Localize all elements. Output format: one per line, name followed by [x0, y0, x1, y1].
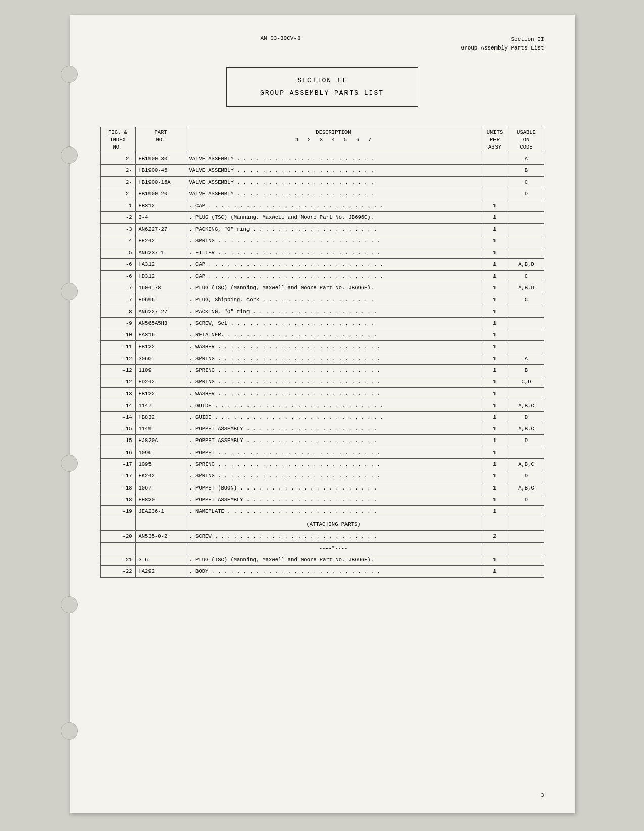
- col-header-usable: USABLEONCODE: [509, 127, 544, 153]
- hole-punch-3: [61, 283, 78, 300]
- cell-usable: C: [509, 176, 544, 188]
- table-row: -6HA312. CAP . . . . . . . . . . . . . .…: [100, 259, 544, 270]
- cell-part: HB122: [135, 341, 186, 353]
- cell-usable: [509, 566, 544, 577]
- cell-usable: D: [509, 470, 544, 482]
- cell-usable: A,B,C: [509, 400, 544, 411]
- cell-desc: . CAP . . . . . . . . . . . . . . . . . …: [186, 270, 481, 282]
- col-header-fig: FIG. &INDEXNO.: [100, 127, 135, 153]
- table-row: -4HE242. SPRING . . . . . . . . . . . . …: [100, 235, 544, 247]
- cell-fig: -1: [100, 200, 135, 212]
- cell-units: 1: [481, 341, 509, 353]
- table-row: -123060. SPRING . . . . . . . . . . . . …: [100, 353, 544, 364]
- cell-fig: -16: [100, 447, 135, 458]
- cell-part: 1109: [135, 364, 186, 376]
- cell-part: JEA236-1: [135, 506, 186, 517]
- cell-fig: -12: [100, 364, 135, 376]
- cell-usable: D: [509, 411, 544, 423]
- cell-fig: 2-: [100, 176, 135, 188]
- cell-units: 1: [481, 329, 509, 341]
- cell-usable: [509, 542, 544, 554]
- parts-table: FIG. &INDEXNO. PARTNO. DESCRIPTION1 2 3 …: [100, 127, 544, 578]
- cell-fig: -18: [100, 494, 135, 505]
- cell-desc: . SPRING . . . . . . . . . . . . . . . .…: [186, 376, 481, 388]
- cell-fig: 2-: [100, 165, 135, 176]
- cell-part: HD242: [135, 376, 186, 388]
- cell-usable: [509, 530, 544, 542]
- cell-units: 1: [481, 482, 509, 494]
- cell-units: 1: [481, 566, 509, 577]
- cell-fig: -7: [100, 282, 135, 294]
- header-section-info: Section II Group Assembly Parts List: [461, 35, 544, 52]
- cell-units: 1: [481, 411, 509, 423]
- cell-part: HK242: [135, 470, 186, 482]
- cell-units: 1: [481, 423, 509, 435]
- cell-desc: . BODY . . . . . . . . . . . . . . . . .…: [186, 566, 481, 577]
- header-section-line2: Group Assembly Parts List: [461, 44, 544, 53]
- table-row: -11HB122. WASHER . . . . . . . . . . . .…: [100, 341, 544, 353]
- table-row: (ATTACHING PARTS): [100, 517, 544, 530]
- cell-units: 1: [481, 447, 509, 458]
- cell-usable: C: [509, 270, 544, 282]
- table-row: -12HD242. SPRING . . . . . . . . . . . .…: [100, 376, 544, 388]
- cell-usable: [509, 235, 544, 247]
- table-row: -14HB832. GUIDE . . . . . . . . . . . . …: [100, 411, 544, 423]
- cell-units: [481, 165, 509, 176]
- hole-punch-5: [61, 596, 78, 613]
- cell-part: 1149: [135, 423, 186, 435]
- cell-desc: VALVE ASSEMBLY . . . . . . . . . . . . .…: [186, 153, 481, 165]
- cell-fig: -14: [100, 411, 135, 423]
- cell-desc: VALVE ASSEMBLY . . . . . . . . . . . . .…: [186, 176, 481, 188]
- cell-units: 1: [481, 212, 509, 223]
- cell-fig: -19: [100, 506, 135, 517]
- cell-usable: A,B,C: [509, 423, 544, 435]
- table-row: -23-4. PLUG (TSC) (Manning, Maxwell and …: [100, 212, 544, 223]
- cell-usable: C: [509, 294, 544, 306]
- cell-fig: -17: [100, 470, 135, 482]
- cell-desc: . POPPET ASSEMBLY . . . . . . . . . . . …: [186, 494, 481, 505]
- cell-usable: [509, 447, 544, 458]
- cell-fig: [100, 542, 135, 554]
- cell-units: 1: [481, 458, 509, 470]
- table-row: ----*----: [100, 542, 544, 554]
- cell-units: 1: [481, 317, 509, 329]
- cell-part: HB1900-45: [135, 165, 186, 176]
- hole-punch-4: [61, 455, 78, 472]
- cell-fig: -5: [100, 247, 135, 259]
- cell-usable: [509, 341, 544, 353]
- table-row: -17HK242. SPRING . . . . . . . . . . . .…: [100, 470, 544, 482]
- cell-usable: [509, 247, 544, 259]
- cell-desc: . FILTER . . . . . . . . . . . . . . . .…: [186, 247, 481, 259]
- hole-punch-6: [61, 722, 78, 740]
- header-doc-number: AN 03-30CV-8: [260, 35, 300, 41]
- cell-usable: [509, 223, 544, 235]
- cell-usable: [509, 212, 544, 223]
- cell-usable: [509, 506, 544, 517]
- table-row: 2-HB1900-45VALVE ASSEMBLY . . . . . . . …: [100, 165, 544, 176]
- cell-fig: -13: [100, 388, 135, 400]
- cell-desc: ----*----: [186, 542, 481, 554]
- header-section-line1: Section II: [461, 35, 544, 44]
- section-title-1: SECTION II: [242, 77, 403, 84]
- cell-units: 1: [481, 506, 509, 517]
- table-row: -6HD312. CAP . . . . . . . . . . . . . .…: [100, 270, 544, 282]
- cell-part: HA312: [135, 259, 186, 270]
- cell-fig: -11: [100, 341, 135, 353]
- cell-usable: D: [509, 188, 544, 200]
- cell-part: HA316: [135, 329, 186, 341]
- table-row: -161096. POPPET . . . . . . . . . . . . …: [100, 447, 544, 458]
- cell-fig: -3: [100, 223, 135, 235]
- cell-part: HB832: [135, 411, 186, 423]
- cell-part: HB1900-30: [135, 153, 186, 165]
- cell-fig: 2-: [100, 153, 135, 165]
- page-header: AN 03-30CV-8 Section II Group Assembly P…: [100, 35, 544, 52]
- cell-desc: . PACKING, "O" ring . . . . . . . . . . …: [186, 223, 481, 235]
- cell-usable: B: [509, 165, 544, 176]
- col-header-desc: DESCRIPTION1 2 3 4 5 6 7: [186, 127, 481, 153]
- cell-usable: A,B,D: [509, 259, 544, 270]
- cell-part: HE242: [135, 235, 186, 247]
- cell-part: HB312: [135, 200, 186, 212]
- cell-desc: . PLUG (TSC) (Manning, Maxwell and Moore…: [186, 282, 481, 294]
- cell-part: 1604-78: [135, 282, 186, 294]
- cell-part: HB122: [135, 388, 186, 400]
